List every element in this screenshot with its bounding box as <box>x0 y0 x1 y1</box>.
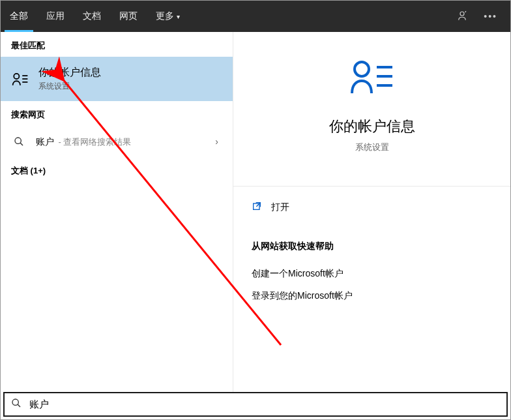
preview-pane: 你的帐户信息 系统设置 打开 从网站获取快速帮助 创建一个Microsoft帐户… <box>233 32 510 392</box>
best-match-subtitle: 系统设置 <box>38 81 101 92</box>
search-web-header: 搜索网页 <box>1 101 233 126</box>
tab-web[interactable]: 网页 <box>110 1 147 32</box>
search-icon <box>11 134 27 149</box>
search-icon <box>11 398 22 411</box>
filter-tabs: 全部 应用 文档 网页 更多 ▾ <box>1 1 189 32</box>
svg-point-1 <box>14 74 19 79</box>
tab-more[interactable]: 更多 ▾ <box>147 1 189 32</box>
search-bar[interactable] <box>3 392 508 417</box>
top-bar: 全部 应用 文档 网页 更多 ▾ ••• <box>1 1 510 32</box>
preview-title: 你的帐户信息 <box>329 117 415 136</box>
documents-header: 文档 (1+) <box>1 157 233 182</box>
best-match-title: 你的帐户信息 <box>38 66 101 80</box>
open-icon <box>252 201 262 213</box>
chevron-down-icon: ▾ <box>177 13 180 20</box>
best-match-item[interactable]: 你的帐户信息 系统设置 <box>1 57 233 101</box>
tab-label: 全部 <box>10 10 28 22</box>
preview-subtitle: 系统设置 <box>355 142 389 153</box>
tab-documents[interactable]: 文档 <box>74 1 110 32</box>
best-match-header: 最佳匹配 <box>1 32 233 57</box>
tab-label: 更多 <box>156 10 174 22</box>
svg-point-7 <box>355 62 369 76</box>
chevron-right-icon: › <box>215 136 222 147</box>
web-search-item[interactable]: 账户 - 查看网络搜索结果 › <box>1 126 233 157</box>
open-action[interactable]: 打开 <box>252 196 492 218</box>
results-column: 最佳匹配 你的帐户信息 系统设置 搜索网页 <box>1 32 233 392</box>
account-info-large-icon <box>351 58 394 97</box>
feedback-icon[interactable] <box>456 10 468 23</box>
main-area: 最佳匹配 你的帐户信息 系统设置 搜索网页 <box>1 32 510 392</box>
tab-all[interactable]: 全部 <box>1 1 37 32</box>
help-header: 从网站获取快速帮助 <box>252 241 492 252</box>
svg-line-13 <box>18 404 20 407</box>
tab-label: 文档 <box>83 10 101 22</box>
tab-label: 应用 <box>46 10 65 22</box>
help-link-create-account[interactable]: 创建一个Microsoft帐户 <box>252 263 492 285</box>
help-link-sign-in[interactable]: 登录到您的Microsoft帐户 <box>252 285 492 307</box>
tab-apps[interactable]: 应用 <box>37 1 74 32</box>
tab-label: 网页 <box>119 10 138 22</box>
svg-point-12 <box>12 399 18 405</box>
account-info-icon <box>11 70 29 88</box>
search-input[interactable] <box>29 393 500 415</box>
svg-point-5 <box>15 138 21 143</box>
more-options-icon[interactable]: ••• <box>484 11 497 22</box>
open-label: 打开 <box>271 202 289 213</box>
svg-point-0 <box>460 12 464 16</box>
web-item-label: 账户 <box>36 136 54 147</box>
web-item-hint: - 查看网络搜索结果 <box>58 137 131 147</box>
svg-line-6 <box>20 143 23 145</box>
